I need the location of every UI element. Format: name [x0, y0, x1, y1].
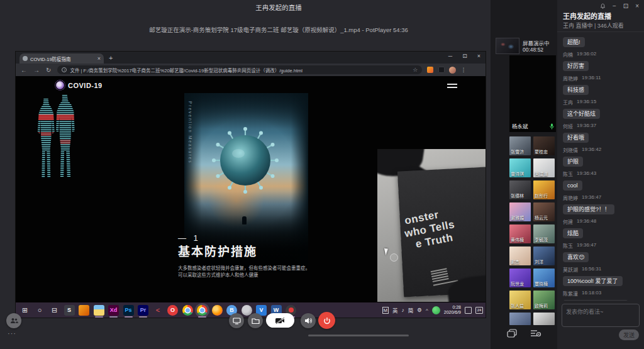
chat-panel: − ⊡ × 王冉发起的直播 王冉 直播中 | 346人观看 超酷! 向楠 19:…: [557, 0, 644, 349]
chat-messages[interactable]: 超酷! 向楠 19:36:02 好厉害 周艳婷 19:36:11 科技感 王: [557, 33, 644, 301]
taskbar-icon[interactable]: [94, 305, 104, 316]
tray-chevron-icon[interactable]: ^: [426, 307, 428, 313]
send-button[interactable]: 发送: [619, 330, 639, 340]
extension-icon[interactable]: [427, 67, 433, 73]
notification-center-icon[interactable]: 24: [475, 307, 483, 314]
notification-bell-icon[interactable]: [600, 3, 606, 9]
participant-tile[interactable]: 李毓茂: [533, 224, 555, 243]
participant-list-button[interactable]: [529, 327, 543, 340]
taskbar-icon[interactable]: Pr: [138, 305, 148, 316]
taskbar-icon[interactable]: S: [64, 305, 75, 316]
page-menu-icon[interactable]: [447, 84, 457, 90]
taskbar-icon[interactable]: [242, 305, 252, 316]
leave-button[interactable]: [318, 312, 335, 329]
section-description: 大多数感染者症状轻微并会康复，但有些感染者可能会患重症。 可以采取这些方式维护本…: [178, 265, 310, 279]
taskbar-icon[interactable]: [197, 305, 208, 316]
taskbar-icon[interactable]: ⊟: [49, 305, 60, 316]
tray-green-app-icon[interactable]: [432, 306, 440, 314]
app-close-icon[interactable]: ×: [635, 3, 639, 9]
share-preview-thumbnail[interactable]: [496, 38, 519, 54]
taskbar-icon[interactable]: Ps: [123, 305, 134, 316]
section-number: — 1: [178, 233, 201, 243]
share-screen-button[interactable]: [229, 313, 244, 328]
browser-tabstrip: COVID-19防疫指南 × + ─ ⊡ ×: [16, 52, 486, 64]
power-icon: [323, 317, 331, 324]
speaker-button[interactable]: [301, 313, 316, 328]
participants-panel: 屏幕演示中 00:48:52 杨永斌 张雪济 蒙桂忠 曾诗琪 朱建道 张德林: [491, 0, 557, 349]
participant-tile[interactable]: 欧梅莉: [533, 291, 555, 309]
participant-tile[interactable]: 张德林: [509, 180, 531, 199]
tray-icon[interactable]: M: [382, 307, 389, 314]
app-restore-icon[interactable]: ⊡: [623, 3, 628, 9]
taskbar-icon[interactable]: Xd: [108, 305, 119, 316]
taskbar-icon[interactable]: O: [167, 305, 178, 316]
message-time: 19:36:11: [582, 75, 601, 81]
message-time: 19:36:47: [582, 194, 601, 201]
layout-toggle-button[interactable]: [505, 327, 519, 340]
browser-tab[interactable]: COVID-19防疫指南 ×: [19, 53, 104, 64]
chat-input[interactable]: [562, 304, 640, 327]
window-handle[interactable]: [308, 335, 409, 336]
tray-icon[interactable]: ⚙: [417, 307, 422, 313]
taskbar-icon[interactable]: <: [153, 305, 164, 316]
new-tab-button[interactable]: +: [109, 54, 113, 62]
browser-menu-icon[interactable]: ⋮: [460, 67, 466, 73]
participant-tile[interactable]: 谢雅媚: [509, 202, 531, 221]
folder-button[interactable]: [248, 313, 263, 328]
address-bar[interactable]: i 文件 | F:/商务策划学院%2017电子商务二班%20邮艺璇/Covid-…: [57, 65, 422, 74]
tray-icon[interactable]: 英: [392, 306, 398, 314]
reload-icon[interactable]: ↻: [46, 67, 51, 74]
app-minimize-icon[interactable]: −: [613, 3, 616, 9]
bookmark-star-icon[interactable]: ☆: [413, 67, 418, 73]
more-options-button[interactable]: ···: [8, 330, 16, 337]
participant-tile[interactable]: 黄伟楠: [509, 224, 531, 243]
chat-message: 周艳婷 19:36:11 科技感: [563, 75, 638, 95]
sender-name: 向楠: [563, 51, 573, 57]
participants-button[interactable]: [6, 313, 21, 328]
browser-minimize-icon[interactable]: ─: [448, 53, 452, 59]
profile-avatar[interactable]: [449, 67, 456, 74]
participant-tile[interactable]: 朱建道: [533, 158, 555, 177]
touch-keyboard-icon[interactable]: [465, 307, 472, 314]
speaker-video-tile[interactable]: 杨永斌: [509, 55, 556, 132]
extensions-puzzle-icon[interactable]: [438, 67, 445, 73]
tray-icon[interactable]: ♪: [402, 307, 404, 313]
tray-icon[interactable]: 简: [408, 306, 414, 314]
browser-close-icon[interactable]: ×: [477, 53, 480, 59]
participant-tile[interactable]: 张人益: [509, 291, 531, 309]
participant-tile[interactable]: 刘洋: [533, 247, 555, 265]
taskbar-icon[interactable]: [79, 305, 89, 316]
taskbar-icon[interactable]: [182, 305, 193, 316]
camera-off-button[interactable]: [266, 313, 294, 328]
participant-tile[interactable]: 曾诗琪: [509, 158, 531, 177]
participant-name: 李毓茂: [535, 236, 548, 243]
taskbar-icon[interactable]: ○: [35, 305, 45, 316]
browser-restore-icon[interactable]: ⊡: [462, 53, 467, 59]
taskbar-icon[interactable]: ⊞: [19, 305, 30, 316]
participant-tile[interactable]: 覃晓楠: [533, 269, 555, 287]
chat-title: 王冉发起的直播: [563, 11, 611, 21]
participant-tile[interactable]: 阮世龙: [509, 269, 531, 287]
sender-name: 何建: [563, 218, 573, 224]
participant-tile[interactable]: 张雪济: [509, 136, 531, 155]
app-window: 王冉发起的直播 邮艺璇正在演示-商务策划学院 17级电子商务二班 邮艺璇（原视频…: [0, 0, 644, 349]
back-icon[interactable]: ←: [21, 67, 27, 74]
message-bubble: 黑底白字，程序员最爱: [563, 300, 628, 301]
taskbar-icon[interactable]: [212, 305, 223, 316]
participant-tile[interactable]: [509, 313, 531, 325]
tab-title: COVID-19防疫指南: [30, 55, 95, 62]
forward-icon[interactable]: →: [33, 67, 40, 74]
participant-tile[interactable]: 赵彤行: [533, 180, 555, 199]
cursor-ring: [390, 253, 398, 262]
participant-tile[interactable]: [533, 313, 555, 325]
site-logo-text: COVID-19: [68, 82, 103, 89]
participant-tile[interactable]: 杨云元: [533, 202, 555, 221]
participant-tile[interactable]: 谢杰: [509, 247, 531, 265]
camera-off-icon: [275, 317, 286, 324]
taskbar-clock[interactable]: 0:28 2020/6/9: [444, 305, 461, 315]
chat-message: 莫跃湖 16:56:31 100%cool! 爱了爱了: [563, 266, 638, 286]
participant-tile[interactable]: 蒙桂忠: [533, 136, 555, 155]
message-time: 19:36:02: [577, 51, 596, 57]
page-info-icon[interactable]: i: [62, 67, 67, 72]
tab-close-icon[interactable]: ×: [97, 55, 101, 62]
